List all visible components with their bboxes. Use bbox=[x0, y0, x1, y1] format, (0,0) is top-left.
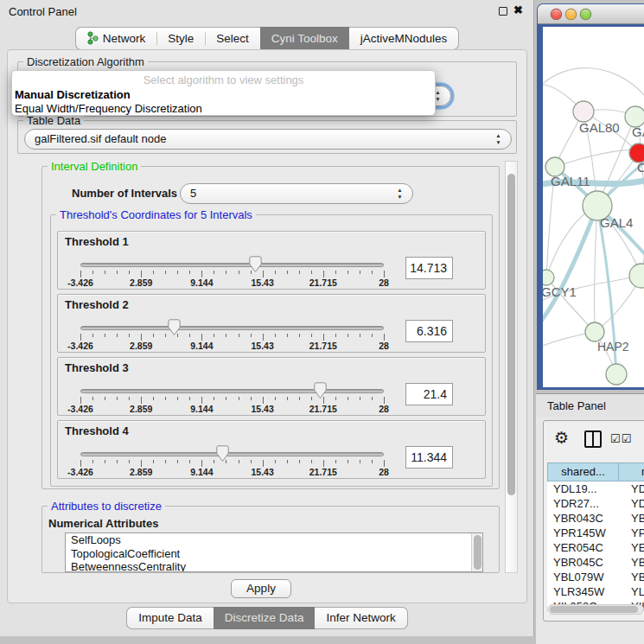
network-canvas[interactable]: GAL80GACGAL11GAL4GCY1HHAP2 bbox=[543, 27, 644, 387]
threshold-4-label: Threshold 4 bbox=[65, 424, 129, 437]
slider-tick-label: -3.426 bbox=[67, 341, 93, 351]
settings-scrollbar[interactable] bbox=[505, 161, 518, 573]
slider-tick-label: -3.426 bbox=[67, 277, 93, 288]
option-manual-discretization[interactable]: Manual Discretization bbox=[15, 88, 131, 101]
float-icon[interactable] bbox=[499, 7, 507, 16]
threshold-3-box: Threshold 3 -3.4262.8599.14415.4321.7152… bbox=[57, 357, 486, 416]
cell-name[interactable]: YER0 bbox=[619, 540, 644, 555]
cell-shared-name[interactable]: YDR27... bbox=[547, 496, 619, 511]
slider-tick-label: 9.144 bbox=[190, 341, 213, 351]
table-data-combobox[interactable]: galFiltered.sif default node ▲▼ bbox=[24, 129, 512, 150]
tab-network-label: Network bbox=[103, 32, 146, 45]
cell-shared-name[interactable]: YBL079W bbox=[547, 570, 619, 584]
table-panel-bar: Table Panel bbox=[536, 393, 644, 417]
threshold-4-value-field[interactable]: 11.344 bbox=[405, 446, 453, 469]
option-equal-width-frequency[interactable]: Equal Width/Frequency Discretization bbox=[15, 102, 202, 115]
slider-tick-label: 21.715 bbox=[309, 341, 337, 351]
network-node-gcy1[interactable] bbox=[543, 270, 554, 285]
tab-select[interactable]: Select bbox=[205, 27, 260, 50]
slider-tick-label: 15.43 bbox=[251, 404, 273, 414]
threshold-1-box: Threshold 1 -3.4262.8599.14415.4321.7152… bbox=[57, 231, 486, 290]
table-row[interactable]: YDR27...YDR2 bbox=[547, 496, 644, 511]
cell-shared-name[interactable]: YBR043C bbox=[547, 511, 619, 526]
slider-tick-label: -3.426 bbox=[67, 404, 93, 414]
table-row[interactable]: YPR145WYPR1 bbox=[547, 526, 644, 540]
split-columns-icon[interactable] bbox=[584, 430, 602, 448]
threshold-3-slider-thumb[interactable] bbox=[314, 382, 327, 399]
column-header-shared[interactable]: shared... bbox=[547, 462, 619, 481]
cell-shared-name[interactable]: YLR345W bbox=[547, 584, 619, 599]
apply-button[interactable]: Apply bbox=[231, 579, 291, 598]
threshold-2-label: Threshold 2 bbox=[65, 298, 129, 311]
select-columns-icon[interactable]: ☑☑ bbox=[610, 432, 632, 445]
network-node-label: GA bbox=[632, 124, 644, 139]
cell-name[interactable]: YBR0 bbox=[619, 555, 644, 570]
tab-impute-data[interactable]: Impute Data bbox=[126, 607, 214, 629]
threshold-1-value-field[interactable]: 14.713 bbox=[405, 257, 453, 279]
tab-style[interactable]: Style bbox=[156, 27, 205, 50]
network-node-h[interactable] bbox=[629, 264, 644, 288]
network-node-hap2[interactable] bbox=[585, 322, 604, 341]
settings-scrollbar-thumb[interactable] bbox=[507, 174, 515, 495]
network-window-titlebar bbox=[538, 4, 644, 24]
threshold-1-slider-track[interactable] bbox=[80, 263, 384, 267]
cell-name[interactable]: YDR2 bbox=[619, 496, 644, 511]
table-body: YDL19...YDL1YDR27...YDR2YBR043CYBR0YPR14… bbox=[547, 481, 644, 614]
table-data-value: galFiltered.sif default node bbox=[35, 132, 166, 145]
attribute-item[interactable]: TopologicalCoefficient bbox=[66, 547, 482, 561]
cell-shared-name[interactable]: YER054C bbox=[547, 540, 619, 555]
cell-shared-name[interactable]: YDL19... bbox=[547, 481, 619, 496]
tab-infer-network[interactable]: Infer Network bbox=[315, 607, 407, 629]
cell-name[interactable]: YBR0 bbox=[619, 511, 644, 526]
slider-tick-label: 9.144 bbox=[190, 404, 213, 414]
table-row[interactable]: YBR045CYBR0 bbox=[547, 555, 644, 570]
tab-network[interactable]: Network bbox=[75, 27, 157, 50]
tab-jactivemnodules[interactable]: jActiveMNodules bbox=[349, 27, 460, 50]
slider-tick-label: 9.144 bbox=[190, 277, 213, 288]
minimize-traffic-light[interactable] bbox=[565, 9, 577, 20]
cell-name[interactable]: YBL0 bbox=[619, 570, 644, 584]
zoom-traffic-light[interactable] bbox=[580, 9, 591, 20]
threshold-2-slider-thumb[interactable] bbox=[168, 319, 181, 336]
close-icon[interactable]: ✖ bbox=[513, 3, 523, 16]
combo-arrows-icon: ▲▼ bbox=[494, 132, 502, 148]
close-traffic-light[interactable] bbox=[551, 9, 562, 20]
network-node-gal80[interactable] bbox=[573, 101, 594, 122]
table-h-scrollbar[interactable] bbox=[547, 604, 644, 615]
threshold-2-value-field[interactable]: 6.316 bbox=[405, 320, 453, 342]
column-header-name[interactable]: name bbox=[619, 462, 644, 481]
numerical-attributes-list[interactable]: SelfLoopsTopologicalCoefficientBetweenne… bbox=[65, 532, 483, 572]
network-node-label: C bbox=[637, 160, 644, 175]
network-node-label: HAP2 bbox=[597, 340, 629, 354]
network-node[interactable] bbox=[606, 364, 627, 385]
attribute-item[interactable]: SelfLoops bbox=[66, 533, 482, 547]
table-row[interactable]: YLR345WYLR3 bbox=[547, 584, 644, 599]
cell-shared-name[interactable]: YPR145W bbox=[547, 526, 619, 540]
cell-name[interactable]: YPR1 bbox=[619, 526, 644, 540]
table-panel-window: ⚙ ☑☑ shared... name YDL19...YDL1YDR27...… bbox=[543, 420, 644, 622]
tab-cyni-toolbox[interactable]: Cyni Toolbox bbox=[260, 27, 349, 50]
cell-name[interactable]: YDL1 bbox=[619, 481, 644, 496]
threshold-2-slider-track[interactable] bbox=[80, 326, 384, 330]
attributes-scrollbar[interactable] bbox=[471, 533, 482, 571]
table-row[interactable]: YBL079WYBL0 bbox=[547, 570, 644, 584]
threshold-4-slider-thumb[interactable] bbox=[216, 445, 229, 462]
gear-icon[interactable]: ⚙ bbox=[554, 428, 569, 448]
cell-shared-name[interactable]: YBR045C bbox=[547, 555, 619, 570]
threshold-3-value-field[interactable]: 21.4 bbox=[405, 383, 453, 405]
algorithm-group-title: Discretization Algorithm bbox=[23, 55, 148, 68]
cell-name[interactable]: YLR3 bbox=[619, 584, 644, 599]
table-row[interactable]: YBR043CYBR0 bbox=[547, 511, 644, 526]
table-row[interactable]: YDL19...YDL1 bbox=[547, 481, 644, 496]
table-row[interactable]: YER054CYER0 bbox=[547, 540, 644, 555]
tab-discretize-data[interactable]: Discretize Data bbox=[214, 607, 316, 629]
attribute-item[interactable]: BetweennessCentrality bbox=[66, 560, 482, 572]
slider-tick-label: -3.426 bbox=[67, 467, 93, 477]
threshold-3-slider-track[interactable] bbox=[80, 389, 384, 393]
num-intervals-combobox[interactable]: 5 ▲▼ bbox=[180, 183, 413, 204]
network-node-label: GAL4 bbox=[600, 215, 633, 230]
threshold-1-slider-thumb[interactable] bbox=[249, 256, 262, 273]
algorithm-dropdown-popup: Select algorithm to view settings Manual… bbox=[11, 70, 436, 116]
threshold-4-slider-track[interactable] bbox=[80, 452, 384, 456]
thresholds-group-title: Threshold's Coordinates for 5 Intervals bbox=[56, 208, 256, 221]
